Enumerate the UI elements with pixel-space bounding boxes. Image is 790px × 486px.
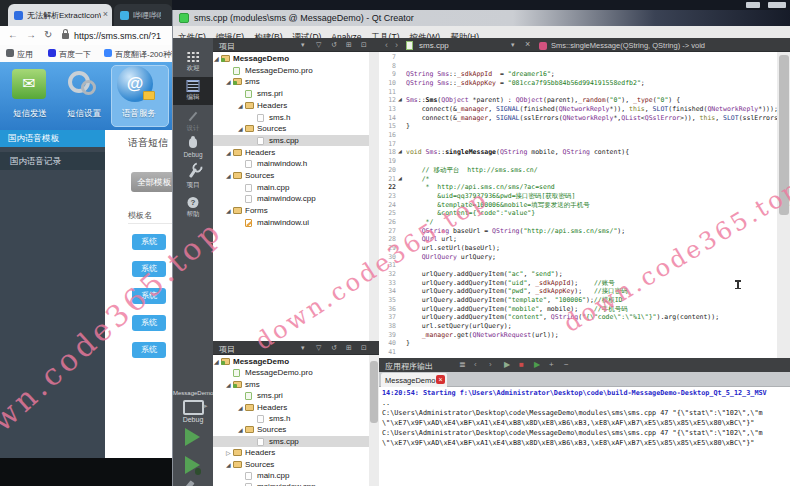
expanded-arrow-icon[interactable]: ◢ bbox=[238, 102, 243, 109]
expanded-arrow-icon[interactable]: ◢ bbox=[226, 381, 231, 388]
code-line[interactable]: 11 bbox=[379, 88, 790, 97]
code-line[interactable]: 29 url.setUrl(baseUrl); bbox=[379, 244, 790, 253]
tree-item-main-cpp[interactable]: main.cpp bbox=[213, 182, 369, 193]
sidebar-item-voice-records[interactable]: 国内语音记录 bbox=[0, 152, 105, 170]
prev-item-icon[interactable]: ‹ bbox=[474, 360, 477, 369]
tree-item-sms-pri[interactable]: sms.pri bbox=[213, 88, 369, 99]
forward-icon[interactable]: → bbox=[26, 29, 36, 40]
tree-item-mainwindow-cpp[interactable]: mainwindow.cpp bbox=[213, 481, 369, 486]
code-line[interactable]: 40} bbox=[379, 339, 790, 348]
tree-item-messagedemo[interactable]: ◢MessageDemo bbox=[213, 53, 369, 64]
collapse-all-icon[interactable]: ⊡ bbox=[361, 41, 367, 49]
sync-icon[interactable]: ↺ bbox=[331, 41, 337, 49]
reload-icon[interactable]: ↻ bbox=[44, 29, 52, 40]
code-line[interactable]: 31 bbox=[379, 261, 790, 270]
bookmark-item[interactable]: 百度翻译-200种语 bbox=[115, 49, 172, 60]
open-file-selector[interactable]: sms.cpp bbox=[419, 41, 449, 50]
tree-item-sms-pri[interactable]: sms.pri bbox=[213, 390, 369, 401]
file-dropdown-icon[interactable]: ▾ bbox=[511, 41, 515, 49]
output-tab[interactable]: MessageDemo × bbox=[381, 373, 447, 387]
tile-label[interactable]: 语音服务 bbox=[113, 108, 165, 120]
code-line[interactable]: 22 * http://api.sms.cn/sms/?ac=send bbox=[379, 183, 790, 192]
expanded-arrow-icon[interactable]: ◢ bbox=[238, 125, 243, 132]
bookmark-item[interactable]: 应用 bbox=[17, 49, 33, 60]
editor-scrollbar[interactable] bbox=[777, 52, 790, 358]
template-row[interactable]: 系统 bbox=[132, 315, 166, 331]
bookmark-item[interactable]: 百度一下 bbox=[59, 49, 91, 60]
voice-service-icon[interactable]: @ bbox=[117, 66, 153, 102]
symbol-selector[interactable]: Sms::singleMessage(QString, QString) -> … bbox=[551, 41, 787, 50]
code-line[interactable]: 14 connect(&_manager, SIGNAL(sslErrors(Q… bbox=[379, 114, 790, 123]
next-item-icon[interactable]: › bbox=[489, 360, 492, 369]
template-row[interactable]: 系统 bbox=[132, 342, 166, 358]
nav-back-icon[interactable]: ‹ bbox=[385, 40, 388, 50]
code-line[interactable]: 27 QString baseUrl = QString("http://api… bbox=[379, 227, 790, 236]
tree-item-mainwindow-h[interactable]: mainwindow.h bbox=[213, 158, 369, 169]
tree-item-sms[interactable]: ◢sms bbox=[213, 76, 369, 87]
expanded-arrow-icon[interactable]: ◢ bbox=[226, 149, 231, 156]
code-line[interactable]: 32 urlQuery.addQueryItem("ac", "send"); bbox=[379, 270, 790, 279]
template-row[interactable]: 系统 bbox=[132, 288, 166, 304]
code-line[interactable]: 10QString Sms::_sdkAppKey = "081cca7f95b… bbox=[379, 79, 790, 88]
expand-all-icon[interactable]: ⊞ bbox=[346, 344, 352, 352]
mode-help[interactable]: ?帮助 bbox=[173, 194, 213, 222]
code-line[interactable]: 30 QUrlQuery urlQuery; bbox=[379, 253, 790, 262]
code-line[interactable]: 21◢ /* bbox=[379, 175, 790, 184]
code-line[interactable]: 15} bbox=[379, 122, 790, 131]
filter-icon[interactable]: ▽ bbox=[316, 41, 321, 49]
expanded-arrow-icon[interactable]: ◢ bbox=[214, 55, 219, 62]
rerun-icon[interactable]: ▶ bbox=[534, 360, 540, 369]
code-line[interactable]: 20 // 移动平台 http://sms.sms.cn/ bbox=[379, 166, 790, 175]
section-bar[interactable]: 国内语音模板 bbox=[0, 130, 105, 147]
code-line[interactable]: 12◢Sms::Sms(QObject *parent) : QObject(p… bbox=[379, 96, 790, 105]
code-line[interactable]: 19 bbox=[379, 157, 790, 166]
application-output[interactable]: 14:20:54: Starting f:\Users\Administrato… bbox=[379, 387, 790, 486]
mode-debug[interactable]: Debug bbox=[173, 135, 213, 163]
expanded-arrow-icon[interactable]: ◢ bbox=[238, 404, 243, 411]
build-button[interactable] bbox=[180, 480, 194, 486]
expanded-arrow-icon[interactable]: ◢ bbox=[226, 461, 231, 468]
tree-item-sms-h[interactable]: sms.h bbox=[213, 112, 369, 123]
tree-item-headers[interactable]: ▷Headers bbox=[213, 447, 369, 458]
browser-tab[interactable]: 哔哩哔哩 bbox=[114, 4, 172, 26]
code-line[interactable]: 39 _manager.get(QNetworkRequest(url)); bbox=[379, 331, 790, 340]
expanded-arrow-icon[interactable]: ◢ bbox=[226, 172, 231, 179]
tree-item-forms[interactable]: ◢Forms bbox=[213, 205, 369, 216]
editor-scrollbar-thumb[interactable] bbox=[779, 55, 789, 215]
code-line[interactable]: 33 urlQuery.addQueryItem("uid", _sdkAppI… bbox=[379, 279, 790, 288]
template-row[interactable]: 系统 bbox=[132, 234, 166, 250]
sms-settings-icon[interactable] bbox=[64, 69, 100, 101]
tree-item-sources[interactable]: ◢Sources bbox=[213, 424, 369, 435]
tile-label[interactable]: 短信设置 bbox=[58, 108, 110, 120]
code-line[interactable]: 37 urlQuery.addQueryItem("content", QStr… bbox=[379, 313, 790, 322]
back-icon[interactable]: ← bbox=[8, 29, 18, 40]
tree-item-sources[interactable]: ◢Sources bbox=[213, 123, 369, 134]
code-line[interactable]: 36 urlQuery.addQueryItem("mobile", mobil… bbox=[379, 305, 790, 314]
kit-dropdown-icon[interactable]: ▸ bbox=[204, 402, 208, 410]
zoom-in-icon[interactable]: + bbox=[549, 360, 554, 369]
tree-item-messagedemo[interactable]: ◢MessageDemo bbox=[213, 356, 369, 367]
tree-item-sources[interactable]: ◢Sources bbox=[213, 170, 369, 181]
tree-item-mainwindow-cpp[interactable]: mainwindow.cpp bbox=[213, 193, 369, 204]
mode-design[interactable]: 设计 bbox=[173, 108, 213, 136]
format-icon[interactable]: ≣ bbox=[459, 360, 466, 369]
expanded-arrow-icon[interactable]: ◢ bbox=[238, 426, 243, 433]
close-output-tab-icon[interactable]: × bbox=[436, 375, 445, 384]
mode-welcome[interactable]: 欢迎 bbox=[173, 48, 213, 76]
mode-edit[interactable]: 编辑 bbox=[173, 77, 213, 105]
scrollbar-thumb[interactable] bbox=[370, 361, 378, 423]
code-line[interactable]: 26 */ bbox=[379, 218, 790, 227]
code-line[interactable]: 35 urlQuery.addQueryItem("template", "10… bbox=[379, 296, 790, 305]
nav-forward-icon[interactable]: › bbox=[395, 40, 398, 50]
code-line[interactable]: 13 connect(&_manager, SIGNAL(finished(QN… bbox=[379, 105, 790, 114]
expanded-arrow-icon[interactable]: ◢ bbox=[214, 358, 219, 365]
all-templates-button[interactable]: 全部模板 bbox=[131, 172, 172, 192]
dropdown-icon[interactable]: ▾ bbox=[301, 41, 305, 49]
code-line[interactable]: 41 bbox=[379, 348, 790, 357]
code-line[interactable]: 9QString Sms::_sdkAppId = "dreamer16"; bbox=[379, 70, 790, 79]
code-line[interactable]: 25 &content={"code":"value"} bbox=[379, 209, 790, 218]
close-tab-icon[interactable]: × bbox=[103, 9, 108, 19]
tree-item-sms-cpp[interactable]: sms.cpp bbox=[213, 436, 369, 447]
stop-icon[interactable]: ■ bbox=[519, 360, 524, 369]
sms-send-icon[interactable]: ✉ bbox=[12, 69, 46, 99]
